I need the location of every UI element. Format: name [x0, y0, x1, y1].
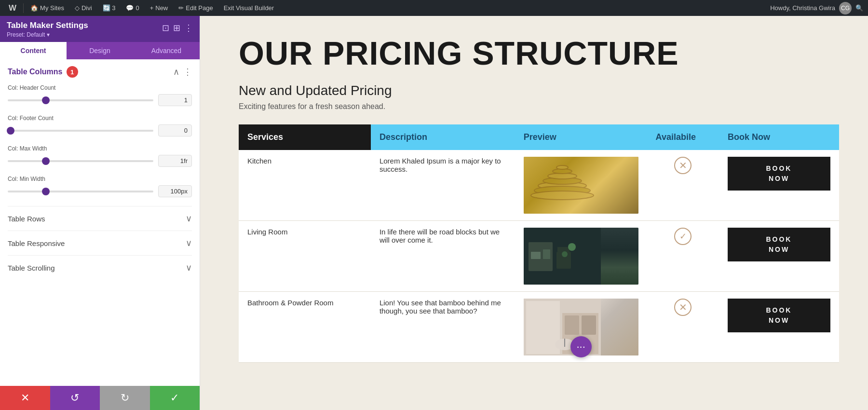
comment-zero-button[interactable]: 💬 0 — [122, 0, 143, 16]
book-now-button-kitchen[interactable]: BOOKNOW — [728, 157, 830, 191]
new-button[interactable]: + New — [146, 0, 172, 16]
table-rows-header[interactable]: Table Rows ∨ — [8, 213, 192, 224]
comments-button[interactable]: 🔄 3 — [99, 0, 120, 16]
my-sites-button[interactable]: 🏠 My Sites — [27, 0, 68, 16]
book-now-button-bathroom[interactable]: BOOKNOW — [728, 299, 830, 332]
cell-booknow-living[interactable]: BOOKNOW — [719, 220, 839, 291]
table-responsive-header[interactable]: Table Responsive ∨ — [8, 238, 192, 248]
admin-bar: W 🏠 My Sites ◇ Divi 🔄 3 💬 0 + New ✏ Edit… — [0, 0, 868, 16]
slider-min-width[interactable] — [8, 191, 153, 192]
table-rows-chevron-icon: ∨ — [186, 213, 192, 224]
svg-rect-18 — [565, 315, 579, 335]
my-sites-label: My Sites — [40, 4, 64, 12]
th-description: Description — [371, 124, 515, 150]
cell-description-living: In life there will be road blocks but we… — [371, 220, 515, 291]
field-label-footer-count: Col: Footer Count — [8, 115, 192, 122]
svg-rect-19 — [582, 315, 596, 335]
unavailable-icon: ✕ — [674, 157, 692, 174]
cell-service-kitchen: Kitchen — [239, 150, 371, 221]
divi-label: Divi — [81, 4, 92, 12]
fab-button[interactable]: ··· — [570, 336, 592, 357]
search-icon[interactable]: 🔍 — [855, 4, 863, 12]
field-header-count: Col: Header Count 1 — [8, 84, 192, 106]
exit-builder-button[interactable]: Exit Visual Builder — [220, 0, 278, 16]
sidebar-panel: Table Maker Settings Preset: Default ▾ ⊡… — [0, 16, 200, 410]
section-title: Table Columns — [8, 68, 63, 76]
table-scrolling-chevron-icon: ∨ — [186, 262, 192, 273]
field-label-max-width: Col: Max Width — [8, 145, 192, 152]
cell-booknow-bathroom[interactable]: BOOKNOW — [719, 291, 839, 362]
page-subtitle: New and Updated Pricing — [239, 83, 839, 98]
svg-point-6 — [531, 191, 594, 200]
living-image — [524, 228, 638, 285]
table-scrolling-section: Table Scrolling ∨ — [8, 255, 192, 280]
slider-footer-count[interactable] — [8, 130, 153, 132]
section-menu-button[interactable]: ⋮ — [183, 67, 192, 77]
cell-description-kitchen: Lorem Khaled Ipsum is a major key to suc… — [371, 150, 515, 221]
pencil-icon: ✏ — [178, 4, 184, 12]
plus-icon: + — [150, 4, 154, 12]
sidebar-header-icons: ⊡ ⊞ ⋮ — [162, 23, 193, 33]
slider-value-header-count[interactable]: 1 — [158, 94, 192, 106]
avatar[interactable]: CG — [839, 2, 852, 14]
edit-page-button[interactable]: ✏ Edit Page — [175, 0, 217, 16]
svg-rect-9 — [531, 252, 541, 259]
sidebar-preset[interactable]: Preset: Default ▾ — [7, 31, 88, 38]
field-input-row-max-width: 1fr — [8, 155, 192, 167]
cell-available-bathroom: ✕ — [647, 291, 719, 362]
book-now-button-living[interactable]: BOOKNOW — [728, 228, 830, 261]
more-options-icon[interactable]: ⋮ — [184, 23, 193, 33]
kitchen-image — [524, 157, 638, 214]
tab-content[interactable]: Content — [0, 42, 67, 59]
slider-value-footer-count[interactable]: 0 — [158, 124, 192, 137]
table-columns-section-header: Table Columns 1 ∧ ⋮ — [8, 66, 192, 78]
separator — [23, 3, 24, 13]
sidebar-tabs: Content Design Advanced — [0, 42, 200, 59]
layout-icon[interactable]: ⊞ — [173, 23, 180, 33]
house-icon: 🏠 — [30, 4, 38, 12]
cell-preview-kitchen — [515, 150, 647, 221]
tab-design[interactable]: Design — [67, 42, 133, 59]
comment-count-badge: 🔄 3 — [103, 4, 116, 12]
slider-value-min-width[interactable]: 100px — [158, 185, 192, 197]
slider-max-width[interactable] — [8, 160, 153, 162]
svg-point-4 — [556, 165, 568, 169]
wp-icon: W — [9, 3, 16, 13]
undo-button[interactable]: ↺ — [50, 386, 100, 410]
th-available: Availabile — [647, 124, 719, 150]
slider-value-max-width[interactable]: 1fr — [158, 155, 192, 167]
svg-rect-16 — [526, 301, 560, 354]
field-max-width: Col: Max Width 1fr — [8, 145, 192, 167]
new-label: New — [155, 4, 168, 12]
comment-icon: 💬 — [126, 4, 134, 12]
table-scrolling-title: Table Scrolling — [8, 264, 55, 272]
tab-advanced[interactable]: Advanced — [133, 42, 200, 59]
redo-button[interactable]: ↻ — [100, 386, 150, 410]
sidebar-bottom-bar: ✕ ↺ ↻ ✓ — [0, 386, 200, 410]
collapse-button[interactable]: ∧ — [173, 67, 179, 77]
preview-area: OUR PRICING STRUCTURE New and Updated Pr… — [200, 16, 868, 410]
divi-button[interactable]: ◇ Divi — [71, 0, 96, 16]
svg-rect-10 — [543, 249, 550, 259]
cancel-button[interactable]: ✕ — [0, 386, 50, 410]
cell-service-bathroom: Bathroom & Powder Room — [239, 291, 371, 362]
save-button[interactable]: ✓ — [150, 386, 200, 410]
main-layout: Table Maker Settings Preset: Default ▾ ⊡… — [0, 16, 868, 410]
table-scrolling-header[interactable]: Table Scrolling ∨ — [8, 262, 192, 273]
th-preview: Preview — [515, 124, 647, 150]
maximize-icon[interactable]: ⊡ — [162, 23, 169, 33]
cell-service-living: Living Room — [239, 220, 371, 291]
slider-header-count[interactable] — [8, 99, 153, 101]
field-label-header-count: Col: Header Count — [8, 84, 192, 91]
page-main-title: OUR PRICING STRUCTURE — [239, 35, 839, 71]
table-row: Living Room In life there will be road b… — [239, 220, 839, 291]
wp-logo-button[interactable]: W — [5, 0, 20, 16]
cell-booknow-kitchen[interactable]: BOOKNOW — [719, 150, 839, 221]
user-greeting: Howdy, Christina Gwira — [770, 4, 835, 12]
table-responsive-section: Table Responsive ∨ — [8, 231, 192, 255]
table-row: Kitchen Lorem Khaled Ipsum is a major ke… — [239, 150, 839, 221]
unavailable-icon-bathroom: ✕ — [674, 299, 692, 316]
svg-rect-11 — [557, 247, 570, 252]
table-header-row: Services Description Preview Availabile … — [239, 124, 839, 150]
table-row: Bathroom & Powder Room Lion! You see tha… — [239, 291, 839, 362]
